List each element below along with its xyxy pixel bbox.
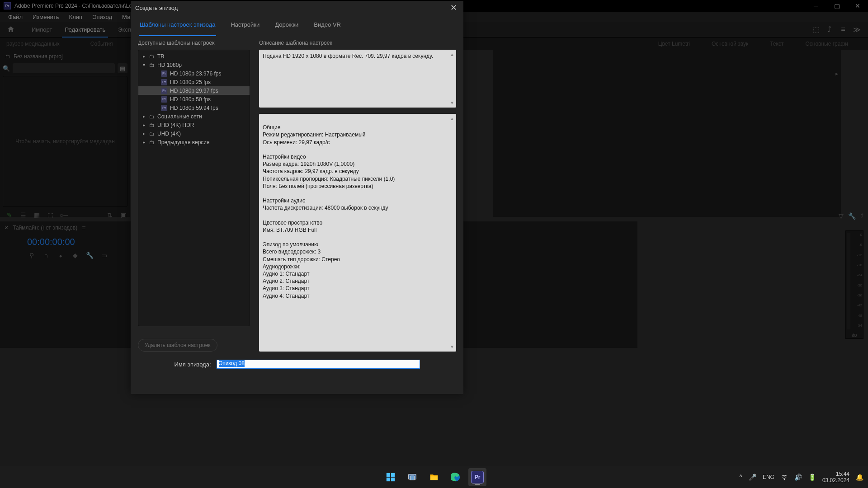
sequence-name-input[interactable]: Эпизод 08 [217,360,420,369]
menu-clip[interactable]: Клип [65,13,87,21]
meter-unit: dB [846,333,863,338]
tab-text[interactable]: Текст [764,39,790,49]
tl-icon-1[interactable]: ⚲ [27,251,36,260]
new-sequence-dialog: Создать эпизод ✕ Шаблоны настроек эпизод… [131,1,463,394]
meter-tick: -6 [853,243,862,247]
workspace-edit[interactable]: Редактировать [59,24,111,35]
workspace-menu-icon[interactable]: ≡ [836,23,850,36]
tree-folder[interactable]: ▸🗀UHD (4K) [138,129,250,138]
share-icon[interactable]: ⤴ [823,23,836,36]
tree-preset[interactable]: PrHD 1080p 23.976 fps [138,69,250,78]
dialog-tab-tracks[interactable]: Дорожки [274,19,299,31]
language-indicator[interactable]: ENG [763,474,774,480]
scroll-up-icon[interactable]: ▲ [450,116,455,122]
clock[interactable]: 15:44 03.02.2024 [822,471,849,484]
bin-icon: 🗀 [5,53,11,60]
tl-snap-icon[interactable]: ∩ [42,251,51,260]
quick-export-icon[interactable]: ⬚ [809,23,823,36]
timeline-menu-icon[interactable]: ≡ [82,224,85,231]
volume-icon[interactable]: 🔊 [794,474,802,481]
tl-marker-icon[interactable]: ⬥ [56,251,65,260]
zoom-slider-icon[interactable]: ○─ [60,211,68,219]
start-icon[interactable] [382,468,400,486]
tl-icon-6[interactable]: ▭ [99,251,108,260]
pencil-icon[interactable]: ✎ [5,211,14,219]
tl-settings-icon[interactable]: 🔧 [85,251,94,260]
tree-folder[interactable]: ▸🗀UHD (4K) HDR [138,121,250,129]
maximize-button[interactable]: ▢ [826,0,847,12]
project-footer: ✎ ☰ ▦ ⬚ ○─ ⇅ ▣ [3,210,127,221]
scroll-up-icon[interactable]: ▲ [450,52,455,58]
timeline-title: Таймлайн: (нет эпизодов) [13,225,77,231]
icon-view-icon[interactable]: ▦ [33,211,41,219]
monitor-collapse-icon[interactable]: ▸ [835,70,838,77]
menu-file[interactable]: Файл [4,13,27,21]
tree-preset[interactable]: PrHD 1080p 29.97 fps [138,86,250,95]
project-empty-text: Чтобы начать, импортируйте медиадан [15,138,115,145]
tray-chevron-icon[interactable]: ^ [739,474,742,481]
dialog-tab-vr[interactable]: Видео VR [313,19,342,31]
notifications-icon[interactable]: 🔔 [856,474,863,481]
freeform-icon[interactable]: ⬚ [46,211,54,219]
workspace-import[interactable]: Импорт [26,24,57,35]
search-icon: 🔍 [3,65,10,72]
tree-preset[interactable]: PrHD 1080p 25 fps [138,78,250,86]
tab-essential-graphics[interactable]: Основные графи [799,39,854,49]
desc-short: Подача HD 868 x 488 в формате Rec. 709… [259,50,456,108]
svg-rect-3 [391,478,395,481]
home-icon[interactable] [5,23,17,36]
premiere-icon[interactable]: Pr [468,468,486,486]
tree-folder[interactable]: ▸🗀Предыдущая версия [138,138,250,146]
tree-folder[interactable]: ▸🗀Социальные сети [138,112,250,121]
project-search-input[interactable] [13,63,115,73]
meter-tick: -24 [853,273,862,277]
meter-tick: -48 [853,314,862,318]
pm-settings-icon[interactable]: 🔧 [848,212,856,220]
sort-icon[interactable]: ⇅ [106,211,114,219]
tree-folder[interactable]: ▾🗀HD 1080p [138,61,250,69]
tree-preset[interactable]: PrHD 1080p 59.94 fps [138,103,250,112]
tab-events[interactable]: События [84,39,119,49]
taskview-icon[interactable] [403,468,421,486]
mic-icon[interactable]: 🎤 [749,474,756,481]
scroll-down-icon[interactable]: ▼ [450,344,455,350]
app-icon: Pr [4,2,11,9]
tab-essential-sound[interactable]: Основной звук [705,39,755,49]
menu-sequence[interactable]: Эпизод [88,13,117,21]
pm-filter-icon[interactable]: ▽ [839,212,844,220]
meter-tick: -36 [853,293,862,297]
tree-folder[interactable]: ▸🗀ТВ [138,52,250,61]
wifi-icon[interactable] [781,474,788,481]
tree-preset[interactable]: PrHD 1080p 50 fps [138,95,250,103]
project-empty-area[interactable]: Чтобы начать, импортируйте медиадан [3,76,127,207]
overflow-icon[interactable]: ≫ [850,23,863,36]
explorer-icon[interactable] [425,468,443,486]
tl-icon-4[interactable]: ◆ [71,251,80,260]
edge-icon[interactable] [447,468,465,486]
close-button[interactable]: ✕ [847,0,868,12]
filter-icon[interactable]: ▤ [118,63,127,73]
delete-preset-button[interactable]: Удалить шаблон настроек [138,339,217,352]
menu-edit[interactable]: Изменить [28,13,64,21]
tab-lumetri[interactable]: Цвет Lumetri [652,39,696,49]
project-name: Без названия.prproj [14,53,63,60]
list-view-icon[interactable]: ☰ [19,211,27,219]
windows-taskbar: Pr ^ 🎤 ENG 🔊 🔋 15:44 03.02.2024 🔔 [0,466,868,488]
audio-meter: 0 -6 -12 -18 -24 -30 -36 -42 -48 -54 dB [845,230,863,339]
scroll-down-icon[interactable]: ▼ [450,100,455,106]
svg-rect-5 [410,476,414,480]
svg-point-7 [784,479,784,480]
minimize-button[interactable]: ─ [806,0,826,12]
dialog-close-icon[interactable]: ✕ [448,2,459,13]
pm-export-icon[interactable]: ⤴ [860,212,863,220]
new-item-icon[interactable]: ▣ [119,211,127,219]
desc-label: Описание шаблона настроек [259,40,456,46]
timeline-close-icon[interactable]: × [5,224,8,231]
preset-tree[interactable]: ▸🗀ТВ▾🗀HD 1080pPrHD 1080p 23.976 fpsPrHD … [138,50,250,326]
dialog-tab-presets[interactable]: Шаблоны настроек эпизода [139,19,216,31]
tab-media-browser[interactable]: раузер медиаданных [0,39,66,49]
dialog-title: Создать эпизод [135,5,448,11]
dialog-tab-settings[interactable]: Настройки [230,19,260,31]
battery-icon[interactable]: 🔋 [808,474,816,481]
tree-label: Доступные шаблоны настроек [138,40,250,46]
